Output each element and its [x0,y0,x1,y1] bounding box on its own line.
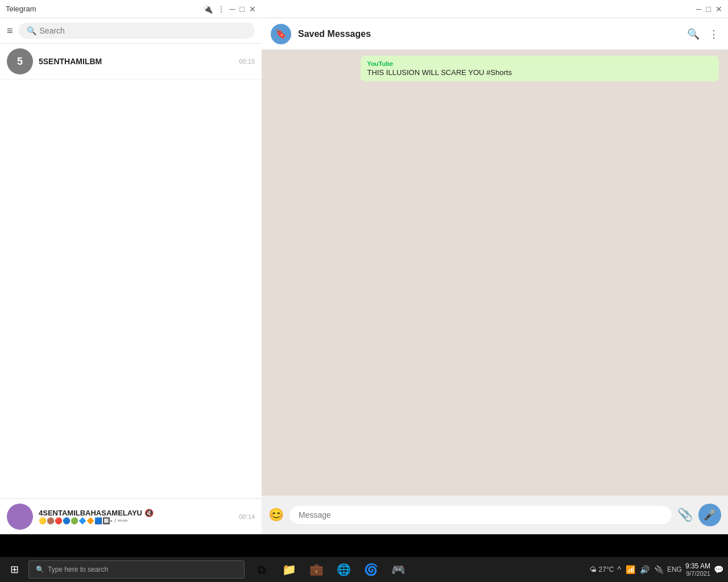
saved-header: 🔖 Saved Messages 🔍 ⋮ [262,18,728,50]
telegram-header: ≡ 🔍 [0,18,262,44]
close-icon[interactable]: ✕ [249,5,256,14]
weather-display: 🌤 27°C [590,566,614,573]
saved-header-icons: 🔍 ⋮ [687,28,719,40]
maximize-icon[interactable]: □ [706,5,711,14]
game-icon: 🎮 [391,563,406,576]
explorer-icon: 📁 [282,563,296,576]
expand-icon[interactable]: ^ [617,565,621,574]
task-view-icon: ⧉ [258,563,266,576]
saved-messages-title: Saved Messages [298,29,680,39]
mic-icon: 🎤 [704,509,716,521]
temperature: 27°C [599,566,614,573]
emoji-icon[interactable]: 😊 [268,508,284,522]
plugin-icon[interactable]: 🔌 [203,5,213,14]
message-text: THIS ILLUSION WILL SCARE YOU #Shorts [367,68,712,77]
time-display: 9:35 AM [685,562,710,570]
close-icon[interactable]: ✕ [715,5,722,14]
saved-chat-area: YouTube THIS ILLUSION WILL SCARE YOU #Sh… [262,50,728,496]
clock: 9:35 AM 9/7/2021 [685,562,710,577]
system-tray-icons: ^ 📶 🔊 🔌 [617,565,664,574]
saved-titlebar: ─ □ ✕ [262,0,728,18]
mute-icon: 🔇 [144,509,154,517]
taskbar-app-store[interactable]: 💼 [304,557,329,582]
date-display: 9/7/2021 [685,570,710,577]
chat-time: 00:15 [239,58,255,65]
bottom-chat-meta: 00:14 [239,513,255,520]
taskbar-search-icon: 🔍 [36,566,44,573]
saved-message: YouTube THIS ILLUSION WILL SCARE YOU #Sh… [361,56,719,81]
chat-meta: 00:15 [239,58,255,65]
bottom-chat-name: 4SENTAMILBAHASAMELAYU 🔇 [39,509,233,517]
start-button[interactable]: ⊞ [0,557,28,582]
taskbar-app-task-view[interactable]: ⧉ [249,557,274,582]
battery-icon[interactable]: 🔌 [654,565,664,574]
taskbar-system: 🌤 27°C ^ 📶 🔊 🔌 ENG 9:35 AM 9/7/2021 💬 [585,562,728,577]
chat-info: 5SENTHAMILBM [39,57,233,66]
taskbar: ⊞ 🔍 Type here to search ⧉ 📁 💼 🌐 🌀 🎮 🌤 27… [0,557,728,582]
avatar: 5 [7,48,33,74]
attach-icon[interactable]: 📎 [677,508,693,522]
language-display[interactable]: ENG [667,566,682,573]
telegram-controls: 🔌 ⋮ ─ □ ✕ [203,5,256,14]
maximize-icon[interactable]: □ [240,5,245,14]
send-button[interactable]: 🎤 [698,504,721,526]
store-icon: 💼 [309,563,324,576]
message-source: YouTube [367,60,712,67]
volume-icon[interactable]: 🔊 [640,565,650,574]
saved-messages-window: ─ □ ✕ 🔖 Saved Messages 🔍 ⋮ YouTube THIS … [262,0,728,534]
more-options-icon[interactable]: ⋮ [709,28,719,40]
minimize-icon[interactable]: ─ [230,5,235,14]
taskbar-app-explorer[interactable]: 📁 [276,557,301,582]
weather-icon: 🌤 [590,566,597,573]
telegram-title: Telegram [6,5,203,13]
edge-icon: 🌀 [364,563,378,576]
notifications-icon[interactable]: 💬 [714,565,723,574]
more-icon[interactable]: ⋮ [217,5,225,14]
saved-controls: ─ □ ✕ [696,5,722,14]
search-input[interactable] [40,26,247,35]
minimize-icon[interactable]: ─ [696,5,702,14]
search-icon: 🔍 [27,26,36,35]
taskbar-app-edge[interactable]: 🌀 [358,557,383,582]
search-bar[interactable]: 🔍 [19,23,255,39]
saved-input-area: 😊 📎 🎤 [262,496,728,534]
chat-name: 5SENTHAMILBM [39,57,233,66]
taskbar-app-chrome[interactable]: 🌐 [331,557,356,582]
windows-icon: ⊞ [10,563,19,576]
saved-messages-icon: 🔖 [271,24,291,44]
telegram-titlebar: Telegram 🔌 ⋮ ─ □ ✕ [0,0,262,18]
message-input[interactable] [289,506,672,524]
search-icon[interactable]: 🔍 [687,28,700,40]
taskbar-search-text: Type here to search [48,566,108,573]
bottom-chat-icons: 🟡🟤🔴🔵🟢🔷🔶🟦🔲▪ / ✏✏ [39,517,233,525]
chat-list: 5 5SENTHAMILBM 00:15 [0,44,262,498]
list-item[interactable]: 5 5SENTHAMILBM 00:15 [0,44,262,80]
taskbar-apps: ⧉ 📁 💼 🌐 🌀 🎮 [245,557,585,582]
taskbar-search[interactable]: 🔍 Type here to search [28,560,245,579]
chrome-icon: 🌐 [337,563,351,576]
bottom-chat-info: 4SENTAMILBAHASAMELAYU 🔇 🟡🟤🔴🔵🟢🔷🔶🟦🔲▪ / ✏✏ [39,509,233,525]
telegram-window: Telegram 🔌 ⋮ ─ □ ✕ ≡ 🔍 5 5SENTHAMILBM 00… [0,0,262,534]
hamburger-icon[interactable]: ≡ [7,25,13,37]
bottom-chat-time: 00:14 [239,513,255,520]
network-icon[interactable]: 📶 [626,565,635,574]
avatar [7,504,33,530]
chat-bottom-item[interactable]: 4SENTAMILBAHASAMELAYU 🔇 🟡🟤🔴🔵🟢🔷🔶🟦🔲▪ / ✏✏ … [0,498,262,534]
taskbar-app-game[interactable]: 🎮 [386,557,411,582]
